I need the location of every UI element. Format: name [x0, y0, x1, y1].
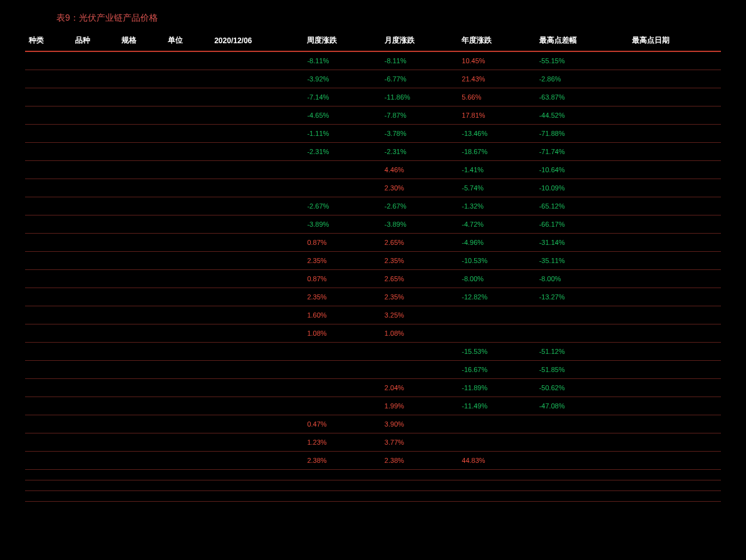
table-row: 1.23%3.77%: [25, 433, 721, 452]
cell-unit: [164, 125, 210, 143]
cell-yearly: -5.74%: [458, 179, 535, 197]
col-yearly: 年度涨跌: [458, 30, 535, 51]
cell-price: [210, 51, 303, 70]
cell-yearly: [458, 470, 535, 480]
cell-kind: [25, 197, 71, 215]
cell-spec: [118, 470, 164, 480]
cell-variety: [71, 379, 118, 397]
table-row: [25, 480, 721, 491]
cell-peak-date: [628, 252, 721, 270]
cell-weekly: -7.14%: [303, 88, 380, 106]
cell-yearly: [458, 433, 535, 452]
cell-yearly: -18.67%: [458, 143, 535, 161]
cell-kind: [25, 324, 71, 343]
cell-peak-diff: -71.88%: [536, 125, 628, 143]
table-title: 表9：光伏产业链产品价格: [56, 13, 721, 24]
cell-unit: [164, 215, 210, 234]
table-row: 1.60%3.25%: [25, 306, 721, 324]
cell-price: [210, 361, 303, 379]
cell-price: [210, 215, 303, 234]
cell-peak-diff: [536, 433, 628, 452]
cell-spec: [118, 361, 164, 379]
cell-kind: [25, 379, 71, 397]
cell-monthly: [381, 361, 458, 379]
cell-variety: [71, 470, 118, 480]
cell-monthly: [381, 470, 458, 480]
cell-unit: [164, 179, 210, 197]
cell-variety: [71, 270, 118, 288]
cell-price: [210, 397, 303, 415]
cell-kind: [25, 470, 71, 480]
cell-variety: [71, 197, 118, 215]
header-row: 种类 品种 规格 单位 2020/12/06 周度涨跌 月度涨跌 年度涨跌 最高…: [25, 30, 721, 51]
cell-monthly: -3.89%: [381, 215, 458, 234]
cell-variety: [71, 106, 118, 125]
cell-price: [210, 197, 303, 215]
cell-unit: [164, 452, 210, 470]
cell-peak-diff: -44.52%: [536, 106, 628, 125]
cell-monthly: 1.08%: [381, 324, 458, 343]
cell-variety: [71, 452, 118, 470]
cell-kind: [25, 452, 71, 470]
cell-weekly: 2.35%: [303, 288, 380, 306]
cell-monthly: 3.90%: [381, 415, 458, 433]
cell-kind: [25, 343, 71, 361]
cell-price: [210, 70, 303, 88]
cell-variety: [71, 252, 118, 270]
cell-peak-diff: [536, 480, 628, 491]
cell-monthly: 2.35%: [381, 288, 458, 306]
cell-spec: [118, 234, 164, 252]
cell-peak-diff: -66.17%: [536, 215, 628, 234]
table-row: 0.87%2.65%-4.96%-31.14%: [25, 234, 721, 252]
cell-kind: [25, 179, 71, 197]
cell-peak-diff: -65.12%: [536, 197, 628, 215]
cell-peak-diff: -55.15%: [536, 51, 628, 70]
cell-kind: [25, 143, 71, 161]
table-row: 2.35%2.35%-10.53%-35.11%: [25, 252, 721, 270]
cell-kind: [25, 88, 71, 106]
cell-spec: [118, 51, 164, 70]
col-kind: 种类: [25, 30, 71, 51]
cell-monthly: 2.04%: [381, 379, 458, 397]
cell-peak-date: [628, 179, 721, 197]
cell-weekly: 0.87%: [303, 234, 380, 252]
cell-unit: [164, 306, 210, 324]
cell-yearly: -13.46%: [458, 125, 535, 143]
col-date: 2020/12/06: [210, 30, 303, 51]
cell-spec: [118, 433, 164, 452]
cell-peak-date: [628, 125, 721, 143]
cell-unit: [164, 234, 210, 252]
cell-peak-date: [628, 470, 721, 480]
cell-price: [210, 125, 303, 143]
cell-peak-date: [628, 379, 721, 397]
cell-price: [210, 415, 303, 433]
cell-kind: [25, 252, 71, 270]
cell-weekly: 0.87%: [303, 270, 380, 288]
cell-weekly: -3.92%: [303, 70, 380, 88]
cell-yearly: [458, 491, 535, 502]
table-row: -8.11%-8.11%10.45%-55.15%: [25, 51, 721, 70]
cell-unit: [164, 480, 210, 491]
cell-unit: [164, 343, 210, 361]
cell-peak-diff: -71.74%: [536, 143, 628, 161]
cell-kind: [25, 106, 71, 125]
cell-monthly: [381, 491, 458, 502]
cell-peak-diff: -50.62%: [536, 379, 628, 397]
table-row: -4.65%-7.87%17.81%-44.52%: [25, 106, 721, 125]
cell-variety: [71, 88, 118, 106]
cell-peak-date: [628, 288, 721, 306]
cell-price: [210, 288, 303, 306]
cell-kind: [25, 306, 71, 324]
cell-variety: [71, 143, 118, 161]
cell-variety: [71, 491, 118, 502]
cell-price: [210, 306, 303, 324]
table-row: -16.67%-51.85%: [25, 361, 721, 379]
cell-variety: [71, 51, 118, 70]
cell-unit: [164, 324, 210, 343]
cell-yearly: 17.81%: [458, 106, 535, 125]
cell-unit: [164, 433, 210, 452]
cell-yearly: 5.66%: [458, 88, 535, 106]
cell-monthly: -3.78%: [381, 125, 458, 143]
cell-monthly: [381, 480, 458, 491]
table-row: 2.35%2.35%-12.82%-13.27%: [25, 288, 721, 306]
